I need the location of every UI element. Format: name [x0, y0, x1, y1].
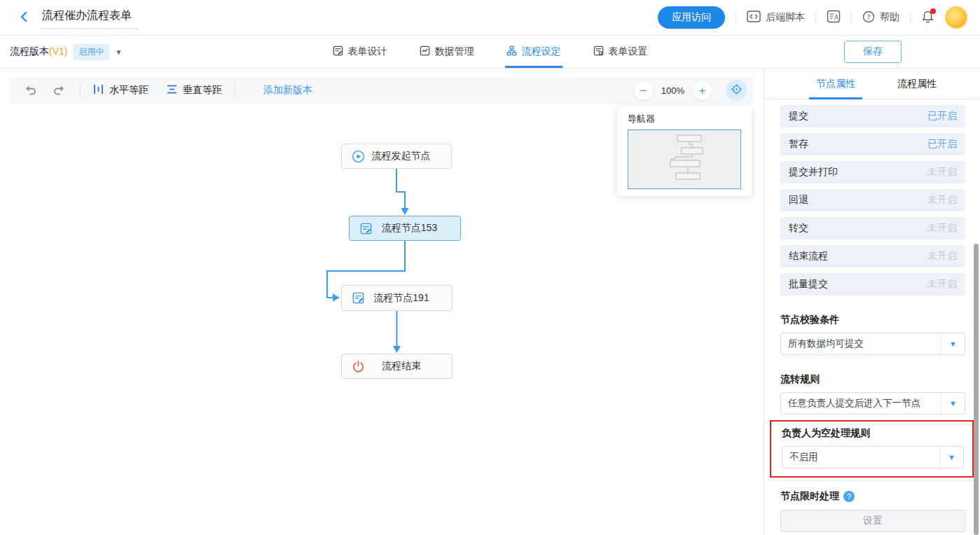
tab-process-properties[interactable]: 流程属性	[888, 69, 946, 99]
divider	[851, 12, 852, 23]
flow-node-191[interactable]: 流程节点191	[341, 285, 453, 311]
dropdown-value: 任意负责人提交后进入下一节点	[781, 397, 941, 410]
vertical-spacing-label: 垂直等距	[183, 84, 222, 97]
time-limit-label: 节点限时处理	[780, 490, 839, 503]
toggle-row-batch-submit[interactable]: 批量提交 未开启	[780, 273, 965, 296]
validation-dropdown[interactable]: 所有数据均可提交 ▼	[780, 333, 965, 355]
node-label: 流程节点153	[373, 222, 452, 235]
help-button[interactable]: ? 帮助	[862, 11, 899, 25]
add-version-link[interactable]: 添加新版本	[263, 84, 312, 97]
navigator-title: 导航器	[628, 113, 741, 125]
version-selector[interactable]: 流程版本(V1) 启用中 ▼	[10, 44, 122, 60]
panel-scrollbar[interactable]	[974, 244, 979, 535]
toggle-value: 未开启	[927, 250, 957, 263]
tab-data-management[interactable]: 数据管理	[420, 36, 474, 68]
empty-assignee-dropdown[interactable]: 不启用 ▼	[782, 446, 964, 468]
flow-canvas[interactable]: 水平等距 垂直等距 添加新版本 − 100% +	[0, 69, 764, 535]
toggle-row-save-draft[interactable]: 暂存 已开启	[780, 133, 965, 155]
horizontal-spacing-icon	[93, 84, 104, 97]
toggle-label: 暂存	[789, 138, 808, 151]
chevron-down-icon[interactable]: ▼	[115, 48, 122, 56]
toggle-label: 回退	[789, 194, 808, 207]
vertical-spacing-icon	[167, 84, 177, 97]
form-edit-icon	[352, 291, 365, 305]
node-label: 流程节点191	[365, 292, 443, 305]
toggle-row-submit[interactable]: 提交 已开启	[780, 105, 965, 127]
form-edit-icon	[359, 222, 373, 235]
tab-node-properties[interactable]: 节点属性	[806, 69, 865, 99]
divider	[235, 83, 235, 97]
toggle-value: 未开启	[927, 278, 957, 291]
fit-view-button[interactable]	[726, 80, 747, 101]
flow-node-end[interactable]: 流程结束	[341, 354, 453, 379]
panel-tabbar: 节点属性 流程属性	[764, 69, 980, 99]
back-button[interactable]	[15, 9, 32, 26]
tab-form-design[interactable]: 表单设计	[333, 36, 387, 68]
tab-form-settings[interactable]: 表单设置	[593, 36, 648, 68]
app-window: 流程催办流程表单 应用访问 后端脚本 A ? 帮助	[0, 0, 980, 535]
tab-label: 数据管理	[435, 46, 474, 58]
toggle-row-submit-print[interactable]: 提交并打印 未开启	[780, 161, 965, 183]
chevron-left-icon	[19, 11, 29, 25]
vertical-spacing-button[interactable]: 垂直等距	[167, 84, 222, 97]
translate-button[interactable]: A	[827, 10, 841, 25]
toggle-label: 提交并打印	[789, 166, 838, 179]
zoom-in-button[interactable]: +	[693, 81, 712, 100]
toggle-value: 未开启	[927, 194, 957, 207]
time-limit-section: 节点限时处理 ?	[780, 490, 965, 503]
tab-label: 表单设置	[609, 46, 648, 58]
tab-process-settings[interactable]: 流程设定	[506, 36, 561, 68]
zoom-out-button[interactable]: −	[634, 81, 653, 100]
backend-script-button[interactable]: 后端脚本	[747, 11, 805, 25]
notifications-button[interactable]	[921, 10, 934, 26]
toggle-label: 转交	[789, 222, 808, 235]
horizontal-spacing-label: 水平等距	[109, 84, 149, 97]
chevron-down-icon: ▼	[939, 447, 963, 468]
version-text: 流程版本(V1)	[10, 46, 67, 58]
tab-label: 表单设计	[348, 46, 387, 58]
minimap[interactable]	[628, 130, 741, 189]
active-tab-underline	[809, 97, 862, 99]
navigator-panel: 导航器	[617, 106, 752, 196]
avatar[interactable]	[945, 6, 967, 29]
validation-section-label: 节点校验条件	[780, 314, 965, 326]
toggle-value: 已开启	[927, 110, 957, 123]
toggle-label: 批量提交	[789, 278, 828, 291]
app-access-button[interactable]: 应用访问	[658, 6, 725, 29]
flow-rule-dropdown[interactable]: 任意负责人提交后进入下一节点 ▼	[780, 392, 965, 415]
help-icon[interactable]: ?	[843, 491, 855, 502]
red-highlight-box: 负责人为空处理规则 不启用 ▼	[770, 420, 974, 478]
undo-button[interactable]	[22, 83, 38, 98]
toggle-label: 提交	[789, 110, 808, 123]
code-icon	[747, 11, 761, 25]
page-title[interactable]: 流程催办流程表单	[41, 7, 137, 29]
toggle-row-rollback[interactable]: 回退 未开启	[780, 189, 965, 211]
toggle-row-end-process[interactable]: 结束流程 未开启	[780, 245, 965, 268]
crosshair-icon	[731, 83, 743, 97]
time-limit-settings-button[interactable]: 设置	[780, 510, 965, 532]
version-label: 流程版本	[10, 46, 49, 57]
panel-body: 提交 已开启 暂存 已开启 提交并打印 未开启 回退 未开启 转交 未开启	[764, 99, 980, 532]
flow-node-start[interactable]: 流程发起节点	[341, 144, 452, 169]
flow-rule-section-label: 流转规则	[780, 373, 965, 386]
toggle-row-transfer[interactable]: 转交 未开启	[780, 217, 965, 239]
divider	[910, 12, 911, 23]
version-bar: 流程版本(V1) 启用中 ▼ 表单设计 数据管理 流程设定	[0, 36, 980, 69]
notification-dot	[930, 8, 936, 14]
play-circle-icon	[352, 150, 365, 163]
horizontal-spacing-button[interactable]: 水平等距	[93, 84, 149, 97]
toggle-label: 结束流程	[789, 250, 828, 263]
svg-text:A: A	[834, 14, 838, 21]
module-tabs: 表单设计 数据管理 流程设定 表单设置	[0, 36, 980, 68]
translate-icon: A	[827, 10, 841, 25]
dropdown-value: 不启用	[782, 451, 939, 464]
node-label: 流程发起节点	[365, 150, 443, 162]
redo-icon	[53, 83, 67, 98]
zoom-controls: − 100% +	[634, 80, 747, 101]
svg-text:?: ?	[867, 13, 871, 20]
redo-button[interactable]	[52, 83, 67, 98]
toggle-value: 未开启	[927, 222, 957, 235]
flow-node-153[interactable]: 流程节点153	[349, 216, 461, 241]
save-button[interactable]: 保存	[844, 41, 902, 63]
tab-label: 流程设定	[522, 46, 561, 58]
